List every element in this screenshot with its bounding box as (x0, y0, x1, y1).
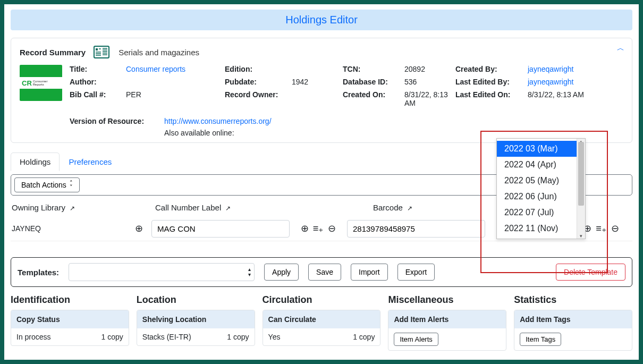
section-circulation: Circulation Can Circulate Yes 1 copy (263, 294, 381, 351)
page-title: Holdings Editor (285, 14, 358, 26)
dropdown-item[interactable]: 2022 06 (Jun) (497, 189, 577, 205)
card-count: 1 copy (101, 333, 123, 341)
record-grid: CRConsumerReports Title: Consumer report… (20, 65, 623, 107)
editby-label: Last Edited By: (455, 78, 524, 86)
tab-holdings[interactable]: Holdings (11, 153, 60, 171)
owning-library-value: JAYNEQ (12, 224, 126, 233)
card-value: Stacks (EI-TR) (142, 333, 191, 341)
col-owning-library[interactable]: Owning Library (12, 203, 150, 212)
editby-link[interactable]: jayneqawright (528, 78, 623, 86)
edition-label: Edition: (225, 65, 289, 73)
svg-rect-1 (96, 48, 98, 50)
dropdown-item[interactable]: 2022 11 (Nov) (497, 221, 577, 236)
db-value: 536 (404, 78, 452, 86)
template-select[interactable]: ▴▾ (69, 263, 255, 281)
tab-preferences[interactable]: Preferences (60, 153, 121, 171)
save-button[interactable]: Save (308, 264, 341, 281)
dropdown-item[interactable]: 2022 03 (Mar) (497, 141, 577, 157)
dropdown-item[interactable]: 2022 04 (Apr) (497, 157, 577, 173)
add-icon[interactable]: ⊕ (301, 223, 309, 234)
section-title: Identification (11, 294, 129, 306)
format-label: Serials and magazines (119, 48, 199, 57)
templates-label: Templates: (18, 268, 59, 277)
card-head: Add Item Alerts (388, 310, 506, 328)
version-label: Version of Resource: (70, 117, 160, 125)
card-head: Can Circulate (263, 310, 380, 328)
record-fields: Title: Consumer reports Edition: TCN: 20… (70, 65, 623, 107)
author-label: Author: (70, 78, 123, 86)
collapse-summary-icon[interactable]: ︿ (617, 44, 624, 53)
createdby-link[interactable]: jayneqawright (528, 65, 623, 73)
batch-actions-label: Batch Actions (21, 181, 66, 189)
expand-icon (407, 203, 412, 212)
record-summary-heading: Record Summary (20, 48, 86, 57)
card-value: In process (16, 333, 51, 341)
tcn-value: 20892 (404, 65, 452, 73)
editon-value: 8/31/22, 8:13 AM (528, 90, 623, 99)
createdon-label: Created On: (343, 90, 401, 99)
card-count: 1 copy (227, 333, 249, 341)
remove-icon[interactable]: ⊖ (328, 223, 336, 234)
call-number-input[interactable] (151, 220, 290, 238)
owner-label: Record Owner: (225, 90, 289, 99)
section-title: Miscellaneous (388, 294, 506, 306)
title-link[interactable]: Consumer reports (126, 65, 222, 73)
batch-actions-button[interactable]: Batch Actions ˄˅ (14, 177, 80, 192)
title-label: Title: (70, 65, 123, 73)
list-add-item-icon[interactable]: ≡₊ (596, 223, 607, 234)
dropdown-list: 2022 03 (Mar)2022 04 (Apr)2022 05 (May)2… (497, 139, 577, 239)
pubdate-label: Pubdate: (225, 78, 289, 86)
section-identification: Identification Copy Status In process 1 … (11, 294, 129, 351)
dropdown-item[interactable]: 2022 07 (Jul) (497, 205, 577, 221)
section-title: Statistics (514, 294, 632, 306)
sort-icon: ˄˅ (70, 181, 73, 189)
list-add-icon[interactable]: ≡₊ (313, 223, 324, 234)
record-extra-row: Version of Resource: http://www.consumer… (70, 117, 623, 137)
col-barcode[interactable]: Barcode (373, 203, 511, 212)
call-label: Bib Call #: (70, 90, 123, 99)
apply-button[interactable]: Apply (264, 264, 299, 281)
card-head: Add Item Tags (514, 310, 632, 328)
page-title-banner: Holdings Editor (11, 10, 632, 30)
remove-item-icon[interactable]: ⊖ (611, 223, 619, 234)
col-call-number[interactable]: Call Number Label (155, 203, 368, 212)
section-title: Circulation (263, 294, 381, 306)
section-statistics: Statistics Add Item Tags Item Tags (514, 294, 632, 351)
scrollbar-thumb[interactable] (578, 142, 584, 206)
editon-label: Last Edited On: (455, 90, 524, 99)
import-button[interactable]: Import (351, 264, 388, 281)
format-icon (92, 45, 111, 60)
section-miscellaneous: Miscellaneous Add Item Alerts Item Alert… (388, 294, 506, 351)
barcode-input[interactable] (347, 220, 485, 238)
card-value: Yes (268, 333, 281, 341)
record-summary-card: ︿ Record Summary Serials and m (11, 38, 632, 143)
section-title: Location (137, 294, 255, 306)
createdon-value: 8/31/22, 8:13 AM (404, 90, 452, 107)
templates-bar: Templates: ▴▾ Apply Save Import Export D… (11, 257, 632, 287)
createdby-label: Created By: (455, 65, 524, 73)
item-tags-button[interactable]: Item Tags (520, 333, 561, 346)
record-summary-header: Record Summary Serials and magazines (20, 45, 623, 60)
dropdown-scrollbar[interactable]: ▴ ▾ (577, 139, 585, 239)
section-location: Location Shelving Location Stacks (EI-TR… (137, 294, 255, 351)
version-note: Also available online: (164, 129, 623, 137)
tcn-label: TCN: (343, 65, 401, 73)
item-alerts-button[interactable]: Item Alerts (394, 333, 438, 346)
expand-icon (70, 203, 75, 212)
add-call-number-icon[interactable]: ⊕ (135, 223, 143, 234)
dropdown-item[interactable]: 2022 05 (May) (497, 173, 577, 189)
cover-image: CRConsumerReports (20, 65, 62, 101)
db-label: Database ID: (343, 78, 401, 86)
card-head: Shelving Location (137, 310, 255, 328)
delete-template-button[interactable]: Delete Template (556, 264, 625, 281)
part-dropdown[interactable]: 2022 03 (Mar)2022 04 (Apr)2022 05 (May)2… (496, 138, 586, 239)
card-head: Copy Status (11, 310, 129, 328)
card-count: 1 copy (353, 333, 375, 341)
attribute-sections: Identification Copy Status In process 1 … (11, 294, 632, 351)
pubdate-value: 1942 (292, 78, 340, 86)
expand-icon (225, 203, 231, 212)
version-link[interactable]: http://www.consumerreports.org/ (164, 117, 623, 125)
export-button[interactable]: Export (397, 264, 435, 281)
call-value: PER (126, 90, 222, 99)
app-canvas: Holdings Editor ︿ Record Summary (3, 3, 640, 361)
